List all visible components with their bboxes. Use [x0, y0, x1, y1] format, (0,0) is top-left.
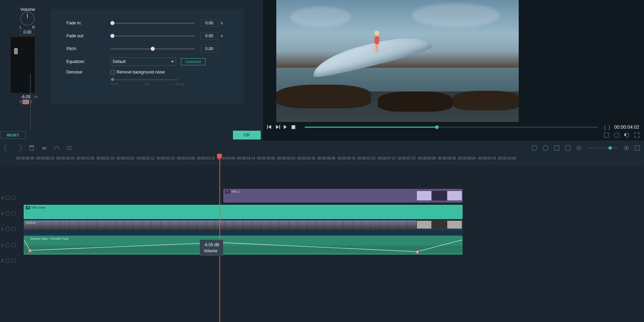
keyframe-toggle-button[interactable]	[22, 100, 29, 104]
denoise-mid: Mid	[144, 82, 149, 86]
delete-icon[interactable]	[29, 146, 34, 151]
fx-clip[interactable]: ✻ Film Grain	[24, 205, 463, 219]
ruler-timecode: 00:00:00:10	[36, 156, 54, 160]
preview-timecode: 00:00:04:02	[614, 124, 639, 130]
snapshot-icon[interactable]	[614, 133, 619, 137]
mute-icon[interactable]	[12, 259, 16, 263]
title-clip[interactable]: T Title 1	[223, 189, 463, 202]
ruler-timecode: 00:00:02:22	[157, 156, 175, 160]
ruler-timecode: 00:00:04:14	[237, 156, 255, 160]
fullscreen-icon[interactable]	[635, 133, 639, 137]
volume-envelope[interactable]	[24, 236, 462, 254]
denoise-cb-label: Remove background noise	[116, 70, 165, 74]
pan-value[interactable]: 0.00	[20, 29, 35, 35]
mark-out-icon[interactable]: }	[608, 124, 610, 130]
visibility-icon[interactable]	[12, 227, 16, 231]
pan-r-label: R	[32, 25, 35, 29]
lock-icon[interactable]	[5, 259, 9, 263]
prev-keyframe-icon[interactable]	[19, 100, 21, 104]
ruler-timecode: 00:00:05:20	[297, 156, 315, 160]
audio-settings-panel: Volume L R 0.00 -6.05 dB Fade in: 0.00 s…	[0, 0, 263, 141]
db-meter	[10, 37, 35, 93]
track-header-video: 1	[0, 222, 23, 236]
reset-button[interactable]: RESET	[0, 131, 26, 139]
split-icon[interactable]	[42, 146, 47, 151]
ok-button[interactable]: OK	[233, 131, 261, 139]
volume-keyframe[interactable]	[415, 250, 419, 254]
marker-icon[interactable]	[532, 146, 537, 151]
customize-button[interactable]: Customize	[181, 58, 206, 65]
timeline-toolbar	[0, 144, 644, 152]
speed-icon[interactable]	[54, 147, 59, 150]
ruler-timecode: 00:00:06:16	[338, 156, 356, 160]
volume-icon[interactable]	[624, 133, 629, 137]
next-keyframe-icon[interactable]	[30, 100, 33, 104]
playback-progress[interactable]	[305, 127, 598, 128]
record-voiceover-icon[interactable]	[543, 146, 548, 151]
pan-l-label: L	[20, 25, 22, 29]
mark-in-icon[interactable]: {	[604, 124, 606, 130]
ruler-timecode: 00:00:01:16	[96, 156, 114, 160]
audio-form-card: Fade in: 0.00 s Fade out: 0.00 s Pitch: …	[51, 9, 244, 104]
prev-frame-button[interactable]	[268, 125, 271, 129]
adjust-icon[interactable]	[67, 146, 72, 151]
fade-out-value[interactable]: 0.00	[200, 32, 218, 40]
volume-keyframe[interactable]	[28, 249, 32, 253]
fade-in-slider[interactable]	[110, 23, 195, 24]
track-number: 2	[1, 259, 3, 263]
lock-icon[interactable]	[5, 211, 9, 215]
audio-clip[interactable]: Spinnin Tape - Rumble Pack	[24, 236, 463, 255]
ruler-timecode: 00:00:00:00	[16, 156, 34, 160]
preview-video[interactable]	[276, 0, 519, 122]
equalizer-label: Equalizer:	[66, 59, 110, 64]
play-button[interactable]	[284, 125, 287, 129]
video-clip[interactable]: Surfing	[24, 220, 463, 235]
next-frame-button[interactable]	[276, 125, 279, 129]
ruler-timecode: 00:00:10:00	[498, 156, 516, 160]
zoom-in-icon[interactable]	[624, 146, 629, 150]
lock-icon[interactable]	[5, 227, 9, 231]
db-fader-handle[interactable]	[14, 48, 18, 54]
ruler-timecode: 00:00:02:12	[137, 156, 155, 160]
lock-icon[interactable]	[5, 196, 9, 200]
ruler-timecode: 00:00:07:22	[398, 156, 416, 160]
playhead[interactable]	[219, 154, 222, 322]
text-icon: T	[225, 190, 230, 194]
fade-out-slider[interactable]	[110, 36, 195, 37]
stop-button[interactable]	[292, 125, 295, 129]
redo-icon[interactable]	[17, 146, 22, 151]
timeline-ruler[interactable]: 00:00:00:0000:00:00:1000:00:00:2000:00:0…	[0, 154, 644, 166]
pitch-slider[interactable]	[110, 48, 195, 49]
ruler-timecode: 00:00:08:08	[418, 156, 436, 160]
fade-out-label: Fade out:	[66, 34, 110, 38]
db-value: -6.05	[21, 94, 30, 99]
lock-icon[interactable]	[5, 243, 9, 247]
fade-in-value[interactable]: 0.00	[200, 19, 218, 27]
visibility-icon[interactable]	[12, 211, 16, 215]
render-preview-icon[interactable]	[604, 133, 609, 137]
track-number: 3	[1, 196, 3, 200]
preview-pane: { } 00:00:04:02	[263, 0, 644, 141]
equalizer-select[interactable]: Default	[110, 58, 176, 66]
mute-icon[interactable]	[12, 243, 16, 247]
pan-knob[interactable]	[20, 12, 35, 26]
manage-tracks-icon[interactable]	[565, 146, 571, 151]
visibility-icon[interactable]	[12, 196, 16, 200]
ruler-timecode: 00:00:05:10	[277, 156, 295, 160]
track-header-title: 3	[0, 191, 23, 205]
ruler-timecode: 00:00:07:02	[358, 156, 375, 160]
ruler-timecode: 00:00:03:18	[197, 156, 215, 160]
pitch-value[interactable]: 0.00	[200, 45, 218, 52]
effect-icon: ✻	[25, 206, 30, 210]
zoom-to-fit-icon[interactable]	[635, 146, 640, 151]
track-number: 1	[1, 243, 3, 247]
track-header-audio2: 2	[0, 254, 23, 267]
denoise-checkbox[interactable]	[110, 70, 114, 74]
audio-mixer-icon[interactable]	[554, 146, 559, 151]
denoise-slider[interactable]	[111, 79, 178, 80]
ruler-timecode: 00:00:09:14	[478, 156, 496, 160]
zoom-out-icon[interactable]	[577, 146, 581, 150]
zoom-slider[interactable]	[587, 148, 618, 148]
undo-icon[interactable]	[4, 146, 9, 151]
denoise-weak: Weak	[110, 82, 118, 86]
